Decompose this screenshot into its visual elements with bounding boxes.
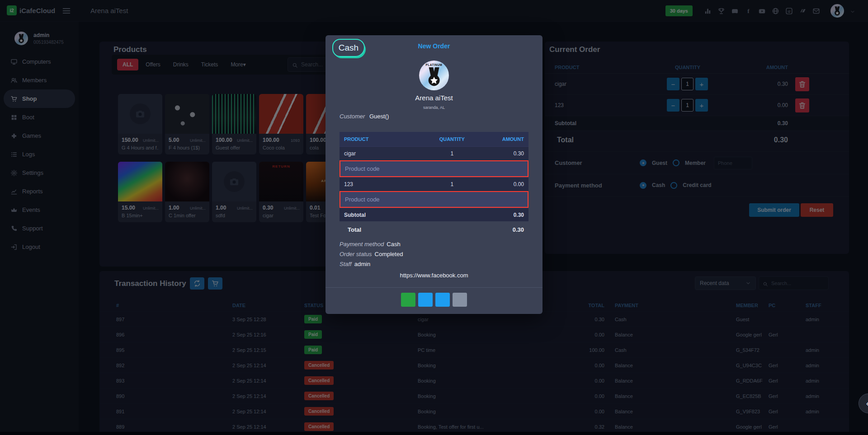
customer-value: Guest() bbox=[369, 113, 389, 120]
payment-method-value: Cash bbox=[387, 241, 400, 248]
medal-icon bbox=[425, 65, 443, 89]
staff-value: admin bbox=[354, 261, 370, 267]
venue-medal-avatar: PLATINUM bbox=[419, 61, 449, 90]
facebook-url: https://www.facebook.com bbox=[326, 272, 542, 279]
modal-row-product: cigar bbox=[344, 150, 425, 157]
modal-row-amount: 0.00 bbox=[479, 181, 524, 187]
total-label: Total bbox=[348, 226, 361, 233]
modal-row-qty: 1 bbox=[425, 150, 479, 157]
modal-action-button[interactable] bbox=[418, 293, 433, 307]
modal-action-button[interactable] bbox=[435, 293, 450, 307]
total-value: 0.30 bbox=[513, 226, 524, 233]
col-product: PRODUCT bbox=[344, 136, 425, 142]
product-code-highlight bbox=[340, 191, 528, 208]
product-code-input[interactable] bbox=[340, 165, 528, 172]
product-code-highlight bbox=[340, 160, 528, 177]
order-items-table: PRODUCT QUANTITY AMOUNT cigar 1 0.30 123… bbox=[340, 132, 528, 221]
modal-title: New Order bbox=[326, 42, 542, 50]
order-status-label: Order status bbox=[340, 251, 372, 257]
subtotal-value: 0.30 bbox=[514, 212, 524, 218]
app-screen: i2 iCafeCloud Arena aiTest 30 days fi2 a… bbox=[0, 0, 868, 435]
col-quantity: QUANTITY bbox=[425, 136, 479, 142]
modal-divider bbox=[326, 287, 542, 288]
col-amount: AMOUNT bbox=[479, 136, 524, 142]
new-order-modal: Cash New Order PLATINUM Arena aiTest sar… bbox=[326, 35, 542, 314]
venue-name: Arena aiTest bbox=[326, 94, 542, 102]
modal-buttons bbox=[326, 293, 542, 307]
venue-location: saranda, AL bbox=[326, 105, 542, 110]
payment-method-label: Payment method bbox=[340, 241, 384, 248]
staff-label: Staff bbox=[340, 261, 352, 267]
modal-row-amount: 0.30 bbox=[479, 150, 524, 157]
order-status-value: Completed bbox=[375, 251, 403, 257]
modal-row-qty: 1 bbox=[425, 181, 479, 187]
modal-action-button[interactable] bbox=[453, 293, 467, 307]
subtotal-label: Subtotal bbox=[344, 212, 366, 218]
product-code-input[interactable] bbox=[340, 196, 528, 203]
modal-action-button[interactable] bbox=[401, 293, 415, 307]
customer-label: Customer bbox=[340, 113, 365, 120]
modal-row-product: 123 bbox=[344, 181, 425, 187]
modal-order-row-group: 123 1 0.00 bbox=[340, 177, 528, 208]
modal-order-row-group: cigar 1 0.30 bbox=[340, 146, 528, 177]
